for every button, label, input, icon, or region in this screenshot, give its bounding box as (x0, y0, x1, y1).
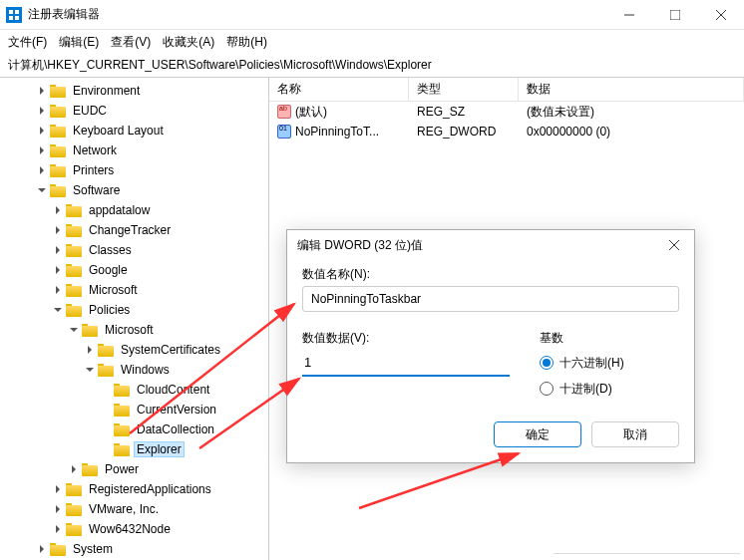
svg-rect-0 (9, 10, 13, 14)
chevron-down-icon[interactable] (68, 324, 80, 336)
folder-icon (50, 124, 66, 138)
chevron-right-icon[interactable] (36, 125, 48, 137)
tree-label: EUDC (70, 103, 110, 119)
chevron-right-icon[interactable] (84, 344, 96, 356)
chevron-down-icon[interactable] (36, 184, 48, 196)
folder-icon (82, 462, 98, 476)
svg-rect-1 (15, 10, 19, 14)
tree-item[interactable]: Policies (0, 300, 268, 320)
value-name: NoPinningToT... (295, 125, 379, 139)
tree-item[interactable]: Keyboard Layout (0, 121, 268, 140)
tree-label: Power (102, 461, 142, 477)
string-value-icon (277, 105, 291, 119)
chevron-right-icon[interactable] (36, 85, 48, 97)
window-title: 注册表编辑器 (28, 6, 606, 23)
chevron-right-icon[interactable] (52, 483, 64, 495)
dword-value-icon (277, 125, 291, 139)
chevron-right-icon[interactable] (52, 264, 64, 276)
tree-item[interactable]: EUDC (0, 101, 268, 121)
chevron-right-icon[interactable] (36, 105, 48, 117)
chevron-right-icon[interactable] (52, 523, 64, 535)
tree-label: Classes (86, 242, 135, 258)
tree-item[interactable]: SystemCertificates (0, 340, 268, 360)
value-data-input[interactable] (302, 350, 510, 377)
tree-label: appdatalow (86, 202, 153, 218)
tree-item[interactable]: Microsoft (0, 280, 268, 300)
tree-label: ChangeTracker (86, 222, 174, 238)
tree-item[interactable]: Software (0, 180, 268, 200)
tree-item[interactable]: Explorer (0, 439, 268, 459)
chevron-right-icon[interactable] (68, 463, 80, 475)
tree-label: Policies (86, 302, 133, 318)
tree-item[interactable]: Google (0, 260, 268, 280)
cancel-button[interactable]: 取消 (591, 421, 679, 447)
value-type: REG_SZ (409, 105, 519, 119)
value-name-field[interactable]: NoPinningToTaskbar (302, 286, 679, 312)
radio-dec[interactable]: 十进制(D) (540, 376, 679, 402)
value-data-label: 数值数据(V): (302, 330, 510, 347)
tree-item[interactable]: appdatalow (0, 200, 268, 220)
tree-item[interactable]: DataCollection (0, 420, 268, 439)
tree-item[interactable]: Environment (0, 81, 268, 101)
svg-rect-3 (15, 16, 19, 20)
col-type[interactable]: 类型 (409, 78, 519, 101)
tree-item[interactable]: VMware, Inc. (0, 499, 268, 519)
tree-label: RegisteredApplications (86, 481, 214, 497)
titlebar: 注册表编辑器 (0, 0, 744, 30)
list-row[interactable]: NoPinningToT...REG_DWORD0x00000000 (0) (269, 122, 744, 141)
value-data: (数值未设置) (519, 104, 744, 121)
address-input[interactable] (8, 59, 736, 73)
menu-favorites[interactable]: 收藏夹(A) (163, 34, 214, 51)
svg-rect-5 (670, 10, 680, 20)
tree-label: Software (70, 182, 123, 198)
folder-icon (66, 522, 82, 536)
tree-item[interactable]: Classes (0, 240, 268, 260)
chevron-down-icon[interactable] (84, 364, 96, 376)
tree-item[interactable]: Wow6432Node (0, 519, 268, 539)
chevron-right-icon[interactable] (36, 144, 48, 156)
tree-item[interactable]: RegisteredApplications (0, 479, 268, 499)
folder-icon (66, 482, 82, 496)
chevron-right-icon[interactable] (52, 284, 64, 296)
tree-item[interactable]: ChangeTracker (0, 220, 268, 240)
chevron-right-icon[interactable] (52, 204, 64, 216)
chevron-right-icon[interactable] (52, 224, 64, 236)
value-name-label: 数值名称(N): (302, 266, 679, 283)
menu-view[interactable]: 查看(V) (111, 34, 151, 51)
chevron-right-icon[interactable] (36, 164, 48, 176)
tree-label: Environment (70, 83, 143, 99)
tree-item[interactable]: Power (0, 459, 268, 479)
tree-item[interactable]: Microsoft (0, 320, 268, 340)
dialog-close-button[interactable] (664, 235, 684, 255)
radio-hex[interactable]: 十六进制(H) (540, 350, 679, 376)
chevron-right-icon[interactable] (52, 244, 64, 256)
chevron-right-icon[interactable] (36, 543, 48, 555)
tree-item[interactable]: Printers (0, 160, 268, 180)
tree-label: Windows (118, 362, 173, 378)
maximize-button[interactable] (652, 0, 698, 30)
chevron-right-icon[interactable] (52, 503, 64, 515)
folder-icon (98, 363, 114, 377)
menu-help[interactable]: 帮助(H) (226, 34, 267, 51)
minimize-button[interactable] (606, 0, 652, 30)
chevron-down-icon[interactable] (52, 304, 64, 316)
tree-item[interactable]: Network (0, 140, 268, 160)
close-button[interactable] (698, 0, 744, 30)
tree-item[interactable]: Windows (0, 360, 268, 380)
tree-item[interactable]: CloudContent (0, 380, 268, 400)
menu-edit[interactable]: 编辑(E) (59, 34, 99, 51)
list-row[interactable]: (默认)REG_SZ(数值未设置) (269, 102, 744, 122)
value-name: (默认) (295, 104, 327, 121)
tree-item[interactable]: CurrentVersion (0, 400, 268, 420)
list-header: 名称 类型 数据 (269, 78, 744, 102)
folder-icon (66, 203, 82, 217)
tree-item[interactable]: System (0, 539, 268, 559)
radio-hex-label: 十六进制(H) (559, 355, 624, 372)
col-data[interactable]: 数据 (519, 78, 744, 101)
ok-button[interactable]: 确定 (494, 421, 581, 447)
tree-label: Keyboard Layout (70, 123, 167, 139)
col-name[interactable]: 名称 (269, 78, 409, 101)
menubar: 文件(F) 编辑(E) 查看(V) 收藏夹(A) 帮助(H) (0, 30, 744, 54)
folder-icon (82, 323, 98, 337)
menu-file[interactable]: 文件(F) (8, 34, 47, 51)
